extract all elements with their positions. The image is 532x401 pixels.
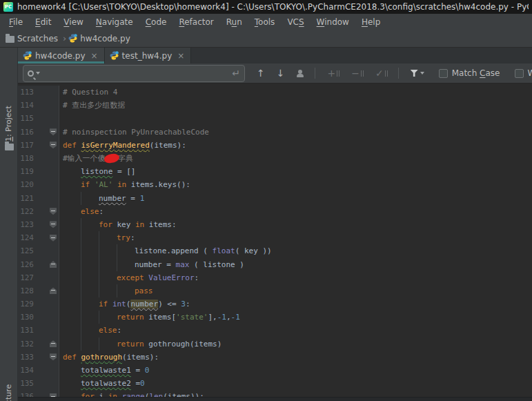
line-number[interactable]: 118 (18, 154, 34, 163)
code-line[interactable]: 126number = max ( listone ) (18, 257, 532, 271)
code-line[interactable]: 134totalwaste1 = 0 (18, 364, 532, 377)
line-number[interactable]: 123 (18, 220, 34, 229)
code-line[interactable]: 121number = 1 (18, 192, 532, 205)
gutter[interactable]: 116 (18, 126, 59, 139)
menu-item[interactable]: Window (311, 16, 355, 28)
line-number[interactable]: 126 (18, 260, 34, 269)
menu-item[interactable]: File (3, 16, 29, 28)
code-line[interactable]: 120if 'AL' in items.keys(): (18, 178, 532, 191)
code-line[interactable]: 122else: (18, 205, 532, 218)
search-field[interactable]: ↵ (23, 65, 245, 82)
filter-button[interactable] (411, 70, 424, 77)
menu-item[interactable]: Run (220, 16, 248, 28)
fold-collapse-icon[interactable] (50, 128, 57, 135)
fold-collapse-icon[interactable] (50, 208, 57, 215)
code-line[interactable]: 123for key in items: (18, 218, 532, 231)
code-editor[interactable]: 113# Question 4114# 查出多少组数据115116# noins… (18, 84, 532, 401)
gutter[interactable]: 124 (18, 231, 59, 244)
gutter[interactable]: 119 (18, 165, 59, 178)
menu-item[interactable]: Refactor (173, 16, 219, 28)
gutter[interactable]: 120 (18, 178, 59, 191)
line-number[interactable]: 122 (18, 207, 34, 216)
fold-region-end-icon[interactable] (50, 261, 57, 268)
line-number[interactable]: 131 (18, 326, 34, 335)
gutter[interactable]: 133 (18, 351, 59, 364)
line-number[interactable]: 134 (18, 366, 34, 375)
code-line[interactable]: 116# noinspection PyUnreachableCode (18, 126, 532, 139)
line-number[interactable]: 114 (18, 101, 34, 110)
code-line[interactable]: 125listone.append ( float( key )) (18, 244, 532, 257)
line-number[interactable]: 129 (18, 300, 34, 309)
menu-item[interactable]: View (57, 16, 89, 28)
gutter[interactable]: 135 (18, 377, 59, 390)
fold-collapse-icon[interactable] (50, 141, 57, 148)
gutter[interactable]: 113 (18, 86, 59, 99)
code-line[interactable]: 133def gothrough(items): (18, 351, 532, 364)
menu-item[interactable]: Tools (248, 16, 282, 28)
menu-item[interactable]: Help (355, 16, 386, 28)
line-number[interactable]: 130 (18, 313, 34, 322)
code-line[interactable]: 130return items['state'],-1,-1 (18, 311, 532, 324)
line-number[interactable]: 117 (18, 141, 34, 150)
gutter[interactable]: 129 (18, 297, 59, 311)
search-input[interactable] (40, 68, 232, 78)
fold-region-end-icon[interactable] (50, 287, 57, 294)
code-line[interactable]: 128pass (18, 284, 532, 297)
gutter[interactable]: 122 (18, 205, 59, 218)
menu-item[interactable]: Edit (29, 16, 57, 28)
tab-test_hw4-py[interactable]: test_hw4.py× (105, 48, 192, 63)
fold-collapse-icon[interactable] (50, 235, 57, 242)
gutter[interactable]: 131 (18, 324, 59, 337)
code-line[interactable]: 127except ValueError: (18, 271, 532, 284)
menu-item[interactable]: Navigate (90, 16, 139, 28)
gutter[interactable]: 126 (18, 257, 59, 271)
code-line[interactable]: 117def isGerryMandered(items): (18, 139, 532, 152)
gutter[interactable]: 115 (18, 112, 59, 125)
toolwindow-project-button[interactable]: 1: Project (4, 106, 13, 141)
gutter[interactable]: 130 (18, 311, 59, 324)
code-line[interactable]: 132return gothrough(items) (18, 338, 532, 351)
toolwindow-structure-button[interactable]: 7: Structure (4, 384, 13, 401)
gutter[interactable]: 121 (18, 192, 59, 205)
code-line[interactable]: 131else: (18, 324, 532, 337)
gutter[interactable]: 134 (18, 364, 59, 377)
menu-item[interactable]: Code (139, 16, 173, 28)
line-number[interactable]: 116 (18, 128, 34, 137)
fold-collapse-icon[interactable] (50, 353, 57, 360)
line-number[interactable]: 132 (18, 340, 34, 349)
breadcrumb-item-scratches[interactable]: Scratches (17, 34, 58, 43)
gutter[interactable]: 128 (18, 284, 59, 297)
line-number[interactable]: 115 (18, 114, 34, 123)
project-folder-icon[interactable] (5, 144, 14, 150)
gutter[interactable]: 123 (18, 218, 59, 231)
gutter[interactable]: 125 (18, 244, 59, 257)
checkbox-match-case[interactable]: Match Case (439, 68, 500, 78)
menu-item[interactable]: VCS (281, 16, 310, 28)
checkbox-box[interactable] (439, 69, 448, 78)
line-number[interactable]: 124 (18, 233, 34, 242)
code-line[interactable]: 129if int(number) <= 3: (18, 297, 532, 311)
code-line[interactable]: 135totalwaste2 =0 (18, 377, 532, 390)
line-number[interactable]: 119 (18, 167, 34, 176)
checkbox-words[interactable]: Words (515, 68, 532, 78)
tab-close-icon[interactable]: × (176, 51, 186, 61)
line-number[interactable]: 133 (18, 353, 34, 362)
line-number[interactable]: 113 (18, 88, 34, 97)
gutter[interactable]: 118 (18, 152, 59, 165)
checkbox-box[interactable] (515, 69, 524, 78)
line-number[interactable]: 120 (18, 180, 34, 189)
gutter[interactable]: 127 (18, 271, 59, 284)
line-number[interactable]: 125 (18, 246, 34, 255)
code-line[interactable]: 115 (18, 112, 532, 125)
line-number[interactable]: 135 (18, 379, 34, 388)
tab-close-icon[interactable]: × (90, 51, 99, 61)
gutter[interactable]: 114 (18, 99, 59, 112)
tab-hw4code-py[interactable]: hw4code.py× (18, 48, 105, 63)
fold-collapse-icon[interactable] (50, 221, 57, 228)
fold-region-end-icon[interactable] (50, 340, 57, 347)
line-number[interactable]: 128 (18, 286, 34, 295)
code-line[interactable]: 119listone = [] (18, 165, 532, 178)
line-number[interactable]: 121 (18, 194, 34, 203)
gutter[interactable]: 117 (18, 139, 59, 152)
person-icon[interactable] (296, 70, 304, 77)
